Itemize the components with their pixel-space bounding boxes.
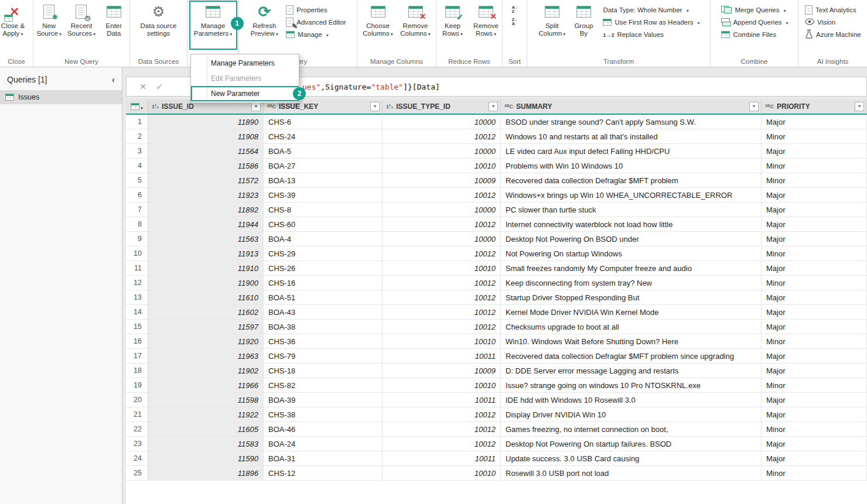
cell-issue_type_id[interactable]: 10010 xyxy=(383,378,501,393)
data-source-settings-button[interactable]: Data source settings xyxy=(134,2,184,49)
cell-issue_type_id[interactable]: 10009 xyxy=(383,364,501,378)
cell-priority[interactable]: Minor xyxy=(762,334,867,349)
advanced-editor-button[interactable]: Advanced Editor xyxy=(284,17,347,27)
cell-issue_key[interactable]: BOA-46 xyxy=(264,422,383,437)
azure-machine-learning-button[interactable]: Azure Machine xyxy=(803,29,863,39)
cell-issue_key[interactable]: CHS-18 xyxy=(264,364,383,378)
cell-summary[interactable]: Win10. Windows Wait Before Shutting Down… xyxy=(501,334,762,349)
column-header-priority[interactable]: ᴬᴮCPRIORITY▾ xyxy=(762,100,867,115)
cell-issue_key[interactable]: CHS-60 xyxy=(264,217,383,232)
menu-item-new-parameter[interactable]: New Parameter2 xyxy=(191,86,299,101)
row-number[interactable]: 21 xyxy=(126,407,148,422)
collapse-panel-button[interactable] xyxy=(108,74,118,84)
cell-issue_type_id[interactable]: 10000 xyxy=(383,144,501,159)
cell-issue_key[interactable]: CHS-38 xyxy=(264,407,383,422)
cell-summary[interactable]: Desktop Not Powering On BSOD under xyxy=(501,232,762,246)
cell-issue_type_id[interactable]: 10012 xyxy=(383,246,501,261)
cell-issue_type_id[interactable]: 10010 xyxy=(383,466,501,481)
cell-issue_key[interactable]: CHS-12 xyxy=(264,466,383,481)
cell-priority[interactable]: Major xyxy=(762,290,867,305)
cell-issue_type_id[interactable]: 10012 xyxy=(383,276,501,290)
row-number[interactable]: 7 xyxy=(126,203,148,217)
row-number[interactable]: 10 xyxy=(126,246,148,261)
query-item-issues[interactable]: Issues xyxy=(0,90,122,104)
row-number[interactable]: 13 xyxy=(126,290,148,305)
cell-summary[interactable]: Issue? strange going on windows 10 Pro N… xyxy=(501,378,762,393)
filter-button[interactable]: ▾ xyxy=(855,102,864,111)
row-number[interactable]: 6 xyxy=(126,188,148,203)
vision-button[interactable]: Vision xyxy=(803,17,837,27)
data-type-button[interactable]: Data Type: Whole Number xyxy=(601,5,690,15)
cell-issue_type_id[interactable]: 10010 xyxy=(383,334,501,349)
cancel-formula-icon[interactable] xyxy=(135,82,151,91)
row-number[interactable]: 4 xyxy=(126,159,148,173)
merge-queries-button[interactable]: Merge Queries xyxy=(719,5,787,15)
cell-issue_id[interactable]: 11908 xyxy=(148,129,264,144)
cell-summary[interactable]: Windows+x brings up Win 10 WHEA_UNCORREC… xyxy=(501,188,762,203)
cell-issue_id[interactable]: 11913 xyxy=(148,246,264,261)
cell-priority[interactable]: Major xyxy=(762,320,867,334)
group-by-button[interactable]: Group By xyxy=(569,2,598,49)
cell-issue_key[interactable]: BOA-39 xyxy=(264,393,383,407)
cell-issue_id[interactable]: 11597 xyxy=(148,320,264,334)
cell-issue_type_id[interactable]: 10000 xyxy=(383,203,501,217)
cell-priority[interactable]: Major xyxy=(762,217,867,232)
cell-issue_type_id[interactable]: 10011 xyxy=(383,451,501,466)
cell-issue_id[interactable]: 11586 xyxy=(148,159,264,173)
cell-issue_type_id[interactable]: 10009 xyxy=(383,173,501,188)
column-header-summary[interactable]: ᴬᴮCSUMMARY▾ xyxy=(501,100,762,115)
cell-issue_key[interactable]: CHS-39 xyxy=(264,188,383,203)
cell-priority[interactable]: Minor xyxy=(762,466,867,481)
cell-issue_id[interactable]: 11966 xyxy=(148,378,264,393)
cell-summary[interactable]: Games freezing, no internet connection o… xyxy=(501,422,762,437)
cell-issue_id[interactable]: 11920 xyxy=(148,334,264,349)
cell-issue_id[interactable]: 11598 xyxy=(148,393,264,407)
cell-issue_key[interactable]: CHS-16 xyxy=(264,276,383,290)
row-number[interactable]: 9 xyxy=(126,232,148,246)
cell-priority[interactable]: Minor xyxy=(762,378,867,393)
cell-summary[interactable]: Startup Driver Stopped Responding But xyxy=(501,290,762,305)
filter-button[interactable]: ▾ xyxy=(251,102,261,111)
cell-issue_type_id[interactable]: 10000 xyxy=(383,232,501,246)
cell-issue_id[interactable]: 11963 xyxy=(148,349,264,364)
cell-issue_type_id[interactable]: 10012 xyxy=(383,305,501,320)
row-number[interactable]: 19 xyxy=(126,378,148,393)
append-queries-button[interactable]: Append Queries xyxy=(719,17,790,27)
new-source-button[interactable]: New Source xyxy=(33,2,64,49)
cell-issue_key[interactable]: BOA-51 xyxy=(264,290,383,305)
cell-issue_key[interactable]: CHS-8 xyxy=(264,203,383,217)
cell-priority[interactable]: Major xyxy=(762,364,867,378)
row-number[interactable]: 14 xyxy=(126,305,148,320)
text-analytics-button[interactable]: Text Analytics xyxy=(803,5,858,15)
cell-issue_type_id[interactable]: 10000 xyxy=(383,115,501,129)
properties-button[interactable]: Properties xyxy=(284,5,329,15)
cell-priority[interactable]: Minor xyxy=(762,173,867,188)
row-number[interactable]: 23 xyxy=(126,437,148,451)
cell-issue_id[interactable]: 11892 xyxy=(148,203,264,217)
column-header-issue_type_id[interactable]: 1²₃ISSUE_TYPE_ID▾ xyxy=(383,100,501,115)
cell-issue_id[interactable]: 11590 xyxy=(148,451,264,466)
cell-priority[interactable]: Major xyxy=(762,393,867,407)
cell-priority[interactable]: Major xyxy=(762,407,867,422)
cell-issue_key[interactable]: CHS-24 xyxy=(264,129,383,144)
cell-summary[interactable]: Recovered data collection Defraglar $MFT… xyxy=(501,173,762,188)
cell-issue_key[interactable]: CHS-79 xyxy=(264,349,383,364)
row-number[interactable]: 12 xyxy=(126,276,148,290)
cell-summary[interactable]: Keep disconnecting from system tray? New xyxy=(501,276,762,290)
cell-issue_id[interactable]: 11944 xyxy=(148,217,264,232)
cell-issue_id[interactable]: 11922 xyxy=(148,407,264,422)
keep-rows-button[interactable]: Keep Rows xyxy=(436,2,469,49)
manage-button[interactable]: Manage xyxy=(284,29,330,39)
cell-issue_type_id[interactable]: 10012 xyxy=(383,422,501,437)
cell-issue_id[interactable]: 11605 xyxy=(148,422,264,437)
row-number[interactable]: 11 xyxy=(126,261,148,276)
cell-summary[interactable]: Small freezes randomly My Computer freez… xyxy=(501,261,762,276)
choose-columns-button[interactable]: Choose Columns xyxy=(360,2,396,49)
cell-issue_key[interactable]: BOA-43 xyxy=(264,305,383,320)
cell-issue_key[interactable]: BOA-38 xyxy=(264,320,383,334)
sort-descending-button[interactable] xyxy=(510,17,519,27)
cell-summary[interactable]: Checksums upgrade to boot at all xyxy=(501,320,762,334)
cell-priority[interactable]: Major xyxy=(762,349,867,364)
cell-summary[interactable]: Not Powering On startup Windows xyxy=(501,246,762,261)
cell-summary[interactable]: Recovered data collection Defraglar $MFT… xyxy=(501,349,762,364)
